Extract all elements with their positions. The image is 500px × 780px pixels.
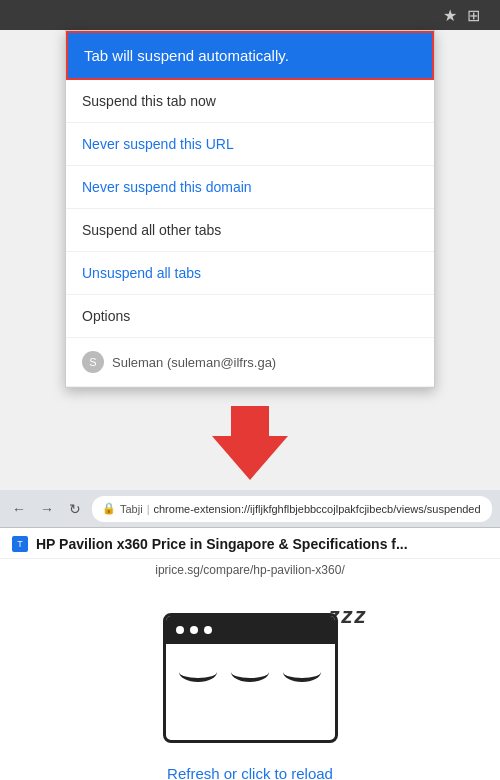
dot1 bbox=[176, 626, 184, 634]
dropdown-menu: Tab will suspend automatically. Suspend … bbox=[65, 30, 435, 388]
zzz-container: zzz bbox=[163, 613, 338, 743]
right-eye bbox=[283, 662, 321, 682]
dot2 bbox=[190, 626, 198, 634]
lock-icon: 🔒 bbox=[102, 502, 116, 515]
dot3 bbox=[204, 626, 212, 634]
never-suspend-domain-item[interactable]: Never suspend this domain bbox=[66, 166, 434, 209]
center-eye bbox=[231, 662, 269, 682]
extension-icon[interactable]: ⊞ bbox=[467, 6, 480, 25]
suspended-page[interactable]: zzz Refresh or click to reload (Ctrl · S… bbox=[0, 583, 500, 780]
tabji-label: Tabji bbox=[120, 503, 143, 515]
address-bar[interactable]: 🔒 Tabji | chrome-extension://ijfljkfghfl… bbox=[92, 496, 492, 522]
browser-icon-body bbox=[166, 644, 335, 700]
options-item[interactable]: Options bbox=[66, 295, 434, 338]
browser-nav-bar: ← → ↻ 🔒 Tabji | chrome-extension://ijflj… bbox=[0, 490, 500, 528]
reload-button[interactable]: ↻ bbox=[64, 498, 86, 520]
never-suspend-url-item[interactable]: Never suspend this URL bbox=[66, 123, 434, 166]
browser-icon-bar bbox=[166, 616, 335, 644]
down-arrow bbox=[0, 388, 500, 490]
tab-title-bar: T HP Pavilion x360 Price in Singapore & … bbox=[0, 528, 500, 559]
page-url: iprice.sg/compare/hp-pavilion-x360/ bbox=[0, 559, 500, 583]
star-icon[interactable]: ★ bbox=[443, 6, 457, 25]
left-eye bbox=[179, 662, 217, 682]
unsuspend-all-item[interactable]: Unsuspend all tabs bbox=[66, 252, 434, 295]
suspend-now-item[interactable]: Suspend this tab now bbox=[66, 80, 434, 123]
suspend-all-item[interactable]: Suspend all other tabs bbox=[66, 209, 434, 252]
forward-button[interactable]: → bbox=[36, 498, 58, 520]
page-title: HP Pavilion x360 Price in Singapore & Sp… bbox=[36, 536, 408, 552]
top-bar: ★ ⊞ bbox=[0, 0, 500, 30]
refresh-text[interactable]: Refresh or click to reload bbox=[167, 765, 333, 780]
avatar: S bbox=[82, 351, 104, 373]
favicon: T bbox=[12, 536, 28, 552]
user-profile-item[interactable]: S Suleman (suleman@ilfrs.ga) bbox=[66, 338, 434, 387]
sleeping-browser-icon bbox=[163, 613, 338, 743]
address-text: chrome-extension://ijfljkfghflbjebbccojl… bbox=[153, 503, 480, 515]
back-button[interactable]: ← bbox=[8, 498, 30, 520]
dropdown-header: Tab will suspend automatically. bbox=[66, 31, 434, 80]
